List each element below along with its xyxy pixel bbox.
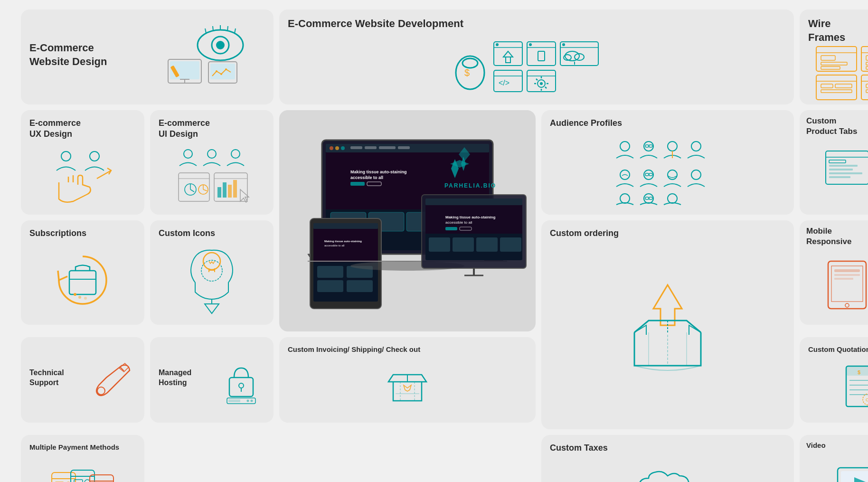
- svg-text:$: $: [858, 369, 860, 375]
- svg-rect-235: [52, 473, 75, 482]
- svg-rect-100: [350, 146, 362, 149]
- card-wireframes: Wire Frames: [800, 9, 868, 104]
- svg-text:Making tissue auto-staining: Making tissue auto-staining: [445, 215, 495, 219]
- svg-line-3: [205, 28, 206, 33]
- svg-rect-54: [821, 66, 840, 69]
- svg-point-32: [562, 43, 565, 46]
- svg-rect-67: [866, 84, 868, 88]
- svg-point-43: [540, 82, 543, 85]
- custom-product-tabs-title: Custom Product Tabs: [806, 116, 868, 137]
- svg-line-49: [545, 87, 547, 88]
- svg-rect-201: [834, 269, 860, 272]
- svg-point-2: [216, 41, 225, 49]
- svg-point-75: [184, 150, 192, 158]
- svg-rect-108: [367, 182, 381, 186]
- svg-point-221: [247, 400, 249, 402]
- svg-rect-167: [829, 176, 850, 178]
- svg-point-200: [845, 303, 849, 307]
- custom-icons-icon: [159, 243, 265, 317]
- svg-rect-53: [821, 62, 847, 65]
- svg-line-7: [235, 28, 236, 33]
- card-ui-design: E-commerce UI Design: [150, 110, 274, 215]
- multiple-payment-icon: [29, 456, 136, 482]
- svg-rect-58: [866, 62, 868, 65]
- ui-design-icon: [159, 144, 265, 207]
- svg-rect-29: [538, 51, 545, 61]
- custom-taxes-icon: %: [550, 457, 785, 482]
- svg-line-6: [227, 26, 228, 31]
- svg-line-82: [190, 189, 194, 192]
- ecommerce-design-icon: [147, 24, 265, 90]
- card-ecommerce-design: E-Commerce Website Design: [21, 9, 274, 104]
- card-custom-quotation: Custom Quotation $ OK: [800, 337, 868, 423]
- svg-rect-119: [317, 266, 343, 278]
- svg-rect-107: [350, 182, 365, 186]
- svg-rect-121: [317, 280, 343, 292]
- card-ux-design: E-commerce UX Design: [21, 110, 144, 215]
- svg-rect-143: [649, 145, 652, 147]
- svg-rect-101: [365, 146, 377, 149]
- svg-rect-116: [313, 229, 378, 262]
- svg-rect-60: [816, 75, 857, 100]
- svg-rect-103: [398, 146, 410, 149]
- svg-rect-62: [821, 84, 833, 88]
- svg-point-213: [97, 387, 105, 395]
- custom-icons-title: Custom Icons: [159, 228, 265, 239]
- card-custom-icons: Custom Icons: [150, 220, 274, 325]
- custom-taxes-title: Custom Taxes: [550, 443, 785, 454]
- svg-rect-55: [861, 47, 868, 71]
- svg-text:Making tissue auto-staining: Making tissue auto-staining: [350, 170, 407, 174]
- svg-point-160: [668, 194, 677, 203]
- svg-point-183: [74, 293, 76, 296]
- svg-line-74: [97, 170, 111, 179]
- svg-line-4: [213, 26, 213, 31]
- mobile-responsive-title: Mobile Responsive: [806, 226, 868, 247]
- svg-rect-64: [821, 90, 852, 93]
- custom-ordering-icon: [550, 243, 785, 422]
- card-custom-ordering: Custom ordering: [541, 220, 794, 429]
- svg-point-147: [691, 142, 701, 151]
- card-video: Video: [800, 435, 868, 482]
- subscriptions-icon: [29, 243, 136, 317]
- svg-rect-88: [217, 187, 221, 198]
- multiple-payment-title: Multiple Payment Methods: [29, 443, 136, 452]
- custom-invoicing-icon: [288, 358, 527, 416]
- custom-quotation-title: Custom Quotation: [808, 345, 868, 354]
- custom-product-tabs-icon: [806, 141, 868, 209]
- ecommerce-dev-icon: $: [288, 35, 785, 97]
- audience-profiles-icon: [550, 132, 785, 207]
- svg-marker-193: [653, 285, 682, 325]
- svg-rect-165: [829, 169, 853, 170]
- card-ecommerce-dev: E-Commerce Website Development $: [279, 9, 794, 104]
- svg-point-216: [239, 383, 244, 388]
- svg-rect-115: [313, 223, 378, 229]
- wireframes-title: Wire Frames: [808, 17, 868, 44]
- custom-quotation-icon: $ OK: [808, 358, 868, 416]
- svg-rect-203: [834, 278, 853, 280]
- svg-rect-134: [453, 237, 474, 252]
- svg-point-15: [216, 70, 217, 72]
- svg-rect-127: [425, 198, 522, 205]
- technical-support-title: Technical Support: [29, 368, 88, 388]
- svg-point-145: [668, 142, 677, 151]
- svg-point-184: [78, 296, 81, 299]
- svg-rect-166: [829, 172, 862, 174]
- ux-design-title: E-commerce UX Design: [29, 118, 136, 140]
- svg-point-77: [231, 150, 240, 158]
- card-subscriptions: Subscriptions: [21, 220, 144, 325]
- svg-point-140: [620, 142, 630, 151]
- svg-line-85: [203, 189, 207, 191]
- svg-rect-25: [506, 57, 510, 63]
- audience-profiles-title: Audience Profiles: [550, 118, 785, 129]
- managed-hosting-title: Managed Hosting: [159, 368, 217, 388]
- svg-point-17: [225, 68, 227, 70]
- card-custom-product-tabs: Custom Product Tabs: [800, 110, 868, 215]
- mobile-responsive-icon: [806, 251, 868, 319]
- card-custom-invoicing: Custom Invoicing/ Shipping/ Check out: [279, 337, 536, 423]
- svg-point-97: [330, 146, 333, 150]
- main-grid: E-Commerce Website Design: [21, 9, 847, 482]
- svg-rect-52: [821, 56, 835, 60]
- card-managed-hosting: Managed Hosting: [150, 337, 274, 423]
- svg-rect-142: [645, 145, 649, 147]
- svg-point-33: [565, 51, 579, 61]
